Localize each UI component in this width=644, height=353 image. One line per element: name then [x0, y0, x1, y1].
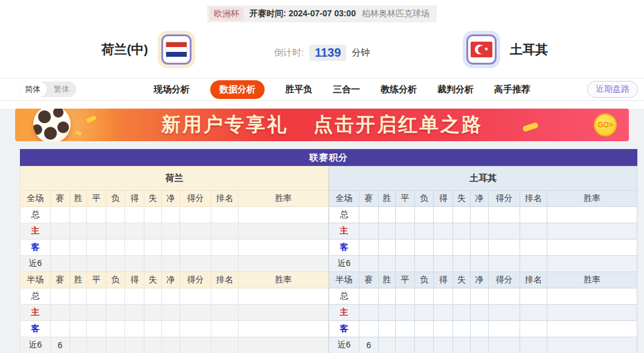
stat-cell	[180, 240, 211, 256]
row-label-away-row: 客	[329, 240, 359, 256]
stat-cell	[69, 207, 87, 223]
column-header: 胜	[378, 272, 396, 288]
tab-referee-analysis[interactable]: 裁判分析	[437, 84, 474, 95]
lang-traditional[interactable]: 繁体	[47, 81, 76, 97]
stat-cell	[520, 337, 547, 353]
stat-cell	[69, 337, 87, 353]
venue-label: 柏林奥林匹克球场	[362, 8, 430, 19]
table-row: 客	[21, 321, 329, 337]
stat-cell	[69, 223, 87, 240]
stat-cell	[378, 256, 396, 272]
stat-cell	[144, 223, 161, 240]
column-header: 排名	[520, 191, 547, 207]
stat-cell	[238, 305, 328, 321]
stat-cell	[547, 223, 637, 240]
column-header: 得分	[180, 272, 211, 288]
row-label-recent6: 近6	[21, 337, 51, 353]
stat-cell	[359, 305, 378, 321]
row-label-total: 总	[329, 207, 359, 223]
nav-bar: 简体 繁体 现场分析数据分析胜平负三合一教练分析裁判分析高手推荐 近期盘路	[0, 78, 644, 101]
stat-cell	[547, 256, 637, 272]
stat-cell	[161, 288, 180, 305]
stat-cell	[396, 207, 415, 223]
stat-cell	[180, 223, 211, 240]
stat-cell	[547, 207, 637, 223]
stat-cell	[414, 321, 434, 337]
team-stats-table-away: 土耳其全场赛胜平负得失净得分排名胜率总主客近6半场赛胜平负得失净得分排名胜率总主…	[329, 166, 637, 353]
kickoff-time: 开赛时间: 2024-07-07 03:00	[250, 8, 356, 19]
row-label-total: 总	[21, 207, 51, 223]
column-header: 胜率	[238, 272, 328, 288]
tab-data-analysis[interactable]: 数据分析	[210, 80, 265, 99]
stat-cell	[470, 321, 489, 337]
row-label-recent6: 近6	[21, 256, 51, 272]
stat-cell	[470, 305, 489, 321]
stat-cell	[125, 240, 144, 256]
language-toggle[interactable]: 简体 繁体	[18, 81, 76, 97]
tab-three-in-one[interactable]: 三合一	[333, 84, 360, 95]
table-row: 主	[329, 223, 637, 240]
stat-cell	[125, 305, 144, 321]
row-label-home-row: 主	[21, 223, 51, 240]
stat-cell	[211, 288, 239, 305]
table-row: 总	[21, 288, 329, 305]
stat-cell	[520, 207, 547, 223]
tab-coach-analysis[interactable]: 教练分析	[381, 84, 417, 95]
top-info-bar: 欧洲杯 开赛时间: 2024-07-07 03:00 柏林奥林匹克球场	[0, 0, 644, 22]
league-table-body: 荷兰全场赛胜平负得失净得分排名胜率总主客近6半场赛胜平负得失净得分排名胜率总主客…	[20, 166, 637, 353]
stat-cell	[378, 321, 396, 337]
content-area: 新用户专享礼 点击开启红单之路 GO> 联赛积分 荷兰全场赛胜平负得失净得分排名…	[0, 109, 644, 353]
stat-cell	[238, 256, 328, 272]
table-row: 客	[329, 240, 637, 256]
stat-cell	[396, 223, 415, 240]
column-header: 净	[470, 191, 489, 207]
stat-cell	[161, 337, 180, 353]
column-header: 胜率	[547, 191, 637, 207]
stat-cell: 6	[359, 337, 378, 353]
stat-cell	[520, 321, 547, 337]
stat-cell	[144, 305, 161, 321]
stat-cell	[87, 207, 106, 223]
countdown-unit: 分钟	[352, 47, 370, 59]
stat-cell	[125, 223, 144, 240]
recent-road-button[interactable]: 近期盘路	[587, 81, 638, 98]
row-label-home-row: 主	[329, 305, 359, 321]
league-points-card: 联赛积分 荷兰全场赛胜平负得失净得分排名胜率总主客近6半场赛胜平负得失净得分排名…	[20, 149, 637, 353]
stat-cell	[125, 207, 144, 223]
stat-cell	[211, 223, 239, 240]
stat-cell	[452, 207, 470, 223]
tab-expert-picks[interactable]: 高手推荐	[494, 84, 530, 95]
column-header: 胜	[69, 272, 87, 288]
stat-cell	[87, 256, 106, 272]
column-header: 赛	[50, 191, 69, 207]
column-header: 得	[434, 191, 453, 207]
stat-cell	[87, 321, 106, 337]
promo-banner[interactable]: 新用户专享礼 点击开启红单之路 GO>	[15, 109, 629, 141]
stat-cell	[414, 305, 434, 321]
column-header: 全场	[329, 191, 359, 207]
lang-simplified[interactable]: 简体	[18, 81, 47, 97]
stat-cell	[489, 288, 520, 305]
go-button[interactable]: GO>	[594, 113, 617, 136]
stat-cell	[106, 288, 125, 305]
stat-cell	[489, 240, 520, 256]
stat-cell	[434, 288, 453, 305]
stat-cell	[180, 321, 211, 337]
tab-live-analysis[interactable]: 现场分析	[153, 84, 190, 95]
stat-cell	[396, 288, 415, 305]
stat-cell	[161, 321, 180, 337]
stat-cell	[470, 240, 489, 256]
tab-win-draw-lose[interactable]: 胜平负	[285, 84, 312, 95]
kickoff-label: 开赛时间:	[250, 8, 286, 18]
column-header: 胜率	[547, 272, 637, 288]
stat-cell	[144, 337, 161, 353]
column-header: 失	[144, 191, 161, 207]
stat-cell	[238, 207, 328, 223]
stat-cell	[87, 305, 106, 321]
stat-cell	[489, 337, 520, 353]
turkey-flag-icon: ★	[463, 31, 500, 68]
stat-cell	[125, 337, 144, 353]
stat-cell	[489, 223, 520, 240]
stat-cell	[50, 240, 69, 256]
stat-cell	[434, 256, 453, 272]
